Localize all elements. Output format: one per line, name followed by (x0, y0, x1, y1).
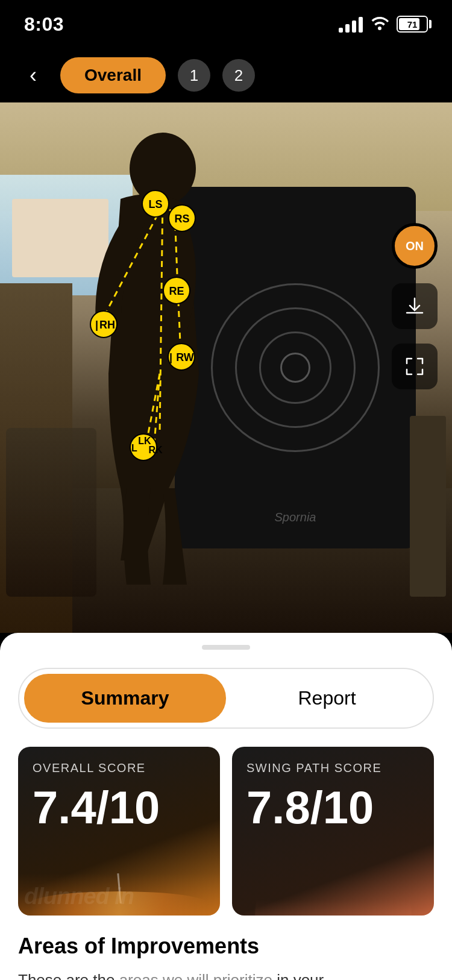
back-button[interactable]: ‹ (18, 60, 48, 90)
bottom-panel: Summary Report OVERALL SCORE 7.4/10 dlun… (0, 633, 452, 980)
video-area: Spornia LS RS (0, 102, 452, 633)
areas-improvements-section: Areas of Improvements These are the area… (18, 934, 434, 980)
svg-text:RH: RH (99, 319, 115, 331)
signal-bars-icon (339, 16, 363, 33)
download-button[interactable] (392, 283, 438, 329)
tab-report[interactable]: Report (226, 674, 428, 723)
swing-score-value: 7.8/10 (246, 785, 374, 831)
wifi-icon (370, 14, 389, 34)
swing-score-card: SWING PATH SCORE 7.8/10 (232, 747, 434, 916)
overall-score-label: OVERALL SCORE (33, 761, 146, 775)
tab-switcher: Summary Report (18, 668, 434, 729)
svg-text:RE: RE (169, 285, 184, 297)
strikethrough-text: areas we will prioritize (119, 971, 272, 980)
svg-text:RW: RW (176, 351, 194, 363)
overall-score-card: OVERALL SCORE 7.4/10 dlunned in (18, 747, 220, 916)
back-chevron-icon: ‹ (30, 64, 37, 86)
svg-text:|: | (169, 351, 172, 363)
areas-improvements-title: Areas of Improvements (18, 934, 434, 959)
on-button[interactable]: ON (392, 223, 438, 269)
score-cards: OVERALL SCORE 7.4/10 dlunned in SWING PA… (18, 747, 434, 916)
status-icons: 71 (339, 14, 428, 34)
areas-improvements-text: These are the areas we will prioritize i… (18, 969, 434, 980)
tab-overall[interactable]: Overall (60, 57, 166, 93)
status-bar: 8:03 71 (0, 0, 452, 48)
status-time: 8:03 (24, 13, 64, 36)
battery-icon: 71 (397, 16, 428, 33)
nav-bar: ‹ Overall 1 2 (0, 48, 452, 102)
tab-1[interactable]: 1 (178, 59, 210, 92)
svg-text:L: L (131, 443, 137, 453)
svg-text:LS: LS (148, 198, 162, 210)
tab-summary[interactable]: Summary (24, 674, 226, 723)
overall-score-value: 7.4/10 (33, 785, 160, 831)
svg-text:RK: RK (148, 445, 163, 455)
tab-2[interactable]: 2 (222, 59, 255, 92)
svg-text:|: | (95, 319, 98, 331)
skeleton-overlay: LS RS RE RH | RW | LK RK L (0, 102, 452, 633)
drag-handle (202, 645, 250, 650)
svg-text:RS: RS (174, 213, 189, 225)
expand-button[interactable] (392, 344, 438, 389)
swing-score-label: SWING PATH SCORE (246, 761, 381, 775)
